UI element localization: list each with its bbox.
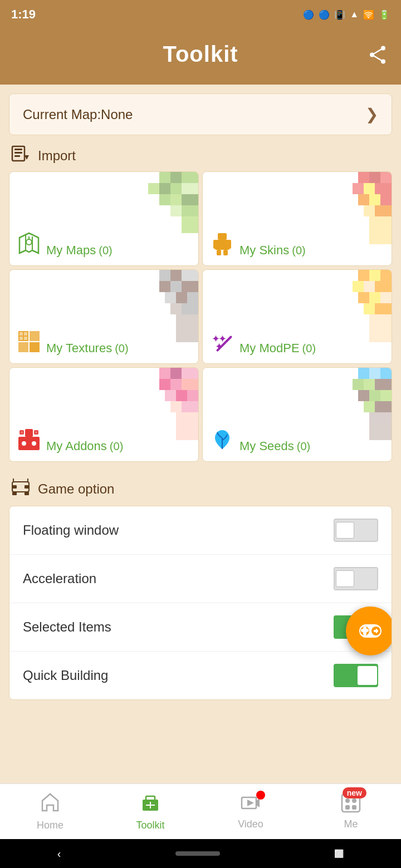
svg-rect-47 — [182, 270, 198, 281]
svg-rect-14 — [159, 183, 170, 194]
svg-rect-53 — [187, 292, 198, 303]
svg-rect-62 — [30, 331, 40, 341]
wifi-signal-icon: 🛜 — [363, 9, 374, 20]
grid-item-addons[interactable]: My Addons (0) — [9, 367, 199, 462]
svg-rect-34 — [369, 194, 380, 205]
addons-label: My Addons (0) — [46, 439, 123, 453]
nav-toolkit-label: Toolkit — [136, 820, 164, 831]
grid-item-maps[interactable]: My Maps (0) — [9, 171, 199, 266]
svg-rect-67 — [380, 270, 392, 281]
android-nav-bar: ‹ ⬜ — [0, 839, 401, 868]
svg-rect-13 — [148, 183, 159, 194]
nav-home-label: Home — [37, 820, 63, 831]
svg-rect-128 — [374, 628, 376, 630]
svg-rect-28 — [369, 172, 380, 183]
import-section[interactable]: Import — [0, 135, 401, 171]
svg-rect-18 — [170, 194, 182, 205]
maps-content: My Maps (0) — [9, 225, 198, 265]
nav-item-toolkit[interactable]: Toolkit — [100, 786, 200, 837]
svg-rect-85 — [170, 379, 182, 390]
android-back-button[interactable]: ‹ — [57, 847, 61, 860]
svg-rect-19 — [182, 194, 198, 205]
bluetooth-icon: 🔵 — [319, 9, 330, 20]
toolkit-icon — [140, 792, 160, 816]
floating-window-label: Floating window — [23, 522, 119, 538]
svg-rect-17 — [159, 194, 170, 205]
svg-rect-74 — [364, 303, 375, 314]
svg-rect-118 — [25, 492, 29, 495]
svg-rect-6 — [14, 149, 22, 150]
svg-rect-44 — [223, 250, 228, 255]
seeds-icon — [211, 428, 234, 453]
option-row-selected-items: Selected Items — [9, 603, 392, 652]
svg-rect-75 — [375, 303, 392, 314]
grid-item-skins[interactable]: My Skins (0) — [202, 171, 392, 266]
nav-video-label: Video — [238, 818, 263, 830]
svg-rect-102 — [369, 368, 380, 379]
grid-item-textures[interactable]: My Textures (0) — [9, 269, 199, 364]
svg-rect-55 — [182, 303, 198, 314]
svg-marker-138 — [247, 800, 254, 806]
svg-point-141 — [352, 798, 356, 803]
svg-rect-8 — [14, 155, 20, 157]
svg-rect-105 — [364, 379, 375, 390]
svg-rect-90 — [170, 401, 182, 412]
import-label: Import — [38, 148, 76, 164]
svg-rect-108 — [369, 390, 380, 401]
acceleration-toggle[interactable] — [334, 567, 378, 590]
selected-items-label: Selected Items — [23, 619, 111, 635]
svg-rect-87 — [165, 390, 176, 401]
android-home-pill[interactable] — [175, 851, 220, 856]
svg-rect-72 — [369, 292, 380, 303]
nav-item-home[interactable]: Home — [0, 786, 100, 837]
share-button[interactable] — [368, 45, 388, 69]
svg-rect-45 — [159, 270, 170, 281]
nav-item-me[interactable]: new Me — [301, 787, 401, 836]
app-header: Toolkit — [0, 29, 401, 85]
game-controller-button[interactable] — [346, 606, 392, 655]
addons-icon — [17, 428, 41, 453]
svg-rect-107 — [358, 390, 369, 401]
svg-rect-84 — [159, 379, 170, 390]
svg-point-100 — [32, 441, 36, 446]
svg-line-3 — [372, 48, 383, 55]
android-recents-button[interactable]: ⬜ — [334, 849, 344, 858]
import-icon — [11, 144, 30, 167]
svg-rect-89 — [187, 390, 198, 401]
svg-rect-49 — [170, 281, 182, 292]
modpe-icon: ✦ ✦ ✦ — [211, 330, 234, 356]
svg-rect-65 — [358, 270, 369, 281]
svg-rect-36 — [364, 205, 375, 216]
grid-item-modpe[interactable]: ✦ ✦ ✦ My ModPE (0) — [202, 269, 392, 364]
svg-rect-115 — [12, 485, 17, 489]
skins-label: My Skins (0) — [239, 243, 306, 258]
svg-point-99 — [22, 441, 26, 446]
current-map-row[interactable]: Current Map:None ❯ — [9, 94, 392, 135]
textures-label: My Textures (0) — [46, 341, 129, 356]
svg-rect-51 — [165, 292, 176, 303]
svg-rect-111 — [375, 401, 392, 412]
grid-item-seeds[interactable]: My Seeds (0) — [202, 367, 392, 462]
svg-rect-103 — [380, 368, 392, 379]
quick-building-toggle[interactable] — [334, 664, 378, 687]
svg-rect-35 — [380, 194, 392, 205]
svg-rect-60 — [19, 337, 23, 340]
svg-rect-21 — [182, 205, 198, 216]
svg-rect-20 — [170, 205, 182, 216]
svg-rect-54 — [170, 303, 182, 314]
current-map-section[interactable]: Current Map:None ❯ — [9, 93, 392, 135]
svg-rect-66 — [369, 270, 380, 281]
selected-items-toggle-wrapper — [334, 615, 378, 639]
textures-content: My Textures (0) — [9, 323, 198, 363]
svg-rect-86 — [182, 379, 198, 390]
svg-point-25 — [26, 239, 32, 245]
svg-rect-131 — [377, 632, 379, 634]
current-map-arrow-icon: ❯ — [365, 105, 378, 124]
svg-rect-64 — [30, 342, 40, 352]
floating-window-toggle[interactable] — [334, 519, 378, 542]
nav-item-video[interactable]: Video — [200, 787, 301, 836]
svg-rect-98 — [18, 437, 40, 450]
svg-rect-61 — [24, 337, 27, 340]
seeds-label: My Seeds (0) — [239, 439, 310, 453]
current-map-text: Current Map:None — [23, 107, 133, 122]
